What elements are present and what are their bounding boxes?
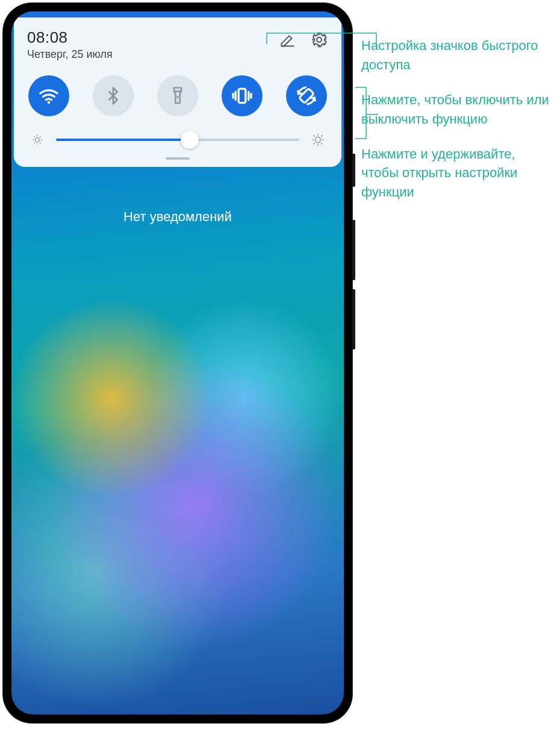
- svg-point-0: [317, 37, 322, 42]
- panel-drag-handle[interactable]: [166, 157, 190, 160]
- svg-point-1: [48, 101, 50, 104]
- vibrate-toggle[interactable]: [222, 75, 263, 116]
- status-bar: [11, 11, 344, 17]
- panel-header: 08:08 Четверг, 25 июля: [27, 28, 328, 61]
- brightness-low-icon: [30, 132, 45, 148]
- screen: 08:08 Четверг, 25 июля: [11, 11, 344, 715]
- wifi-icon: [37, 84, 60, 107]
- svg-rect-5: [299, 89, 314, 104]
- quick-toggles-row: [27, 75, 328, 116]
- svg-rect-4: [238, 89, 246, 102]
- wifi-toggle[interactable]: [28, 75, 69, 116]
- time-date-block: 08:08 Четверг, 25 июля: [27, 28, 113, 61]
- autorotate-icon: [295, 84, 318, 107]
- bluetooth-icon: [104, 86, 123, 105]
- no-notifications-text: Нет уведомлений: [11, 209, 344, 225]
- phone-frame: 08:08 Четверг, 25 июля: [3, 3, 352, 723]
- quick-settings-panel: 08:08 Четверг, 25 июля: [14, 17, 341, 167]
- settings-icon[interactable]: [310, 31, 328, 49]
- edit-icon[interactable]: [279, 31, 297, 49]
- brightness-row: [27, 132, 328, 148]
- autorotate-toggle[interactable]: [286, 75, 327, 116]
- volume-down-button: [352, 289, 355, 349]
- bluetooth-toggle[interactable]: [93, 75, 134, 116]
- flashlight-icon: [169, 86, 187, 106]
- brightness-slider[interactable]: [56, 139, 299, 141]
- callout-edit-icons: Настройка значков быстрого доступа: [361, 36, 554, 75]
- callout-tap-toggle: Нажмите, чтобы включить или выключить фу…: [361, 90, 554, 129]
- svg-point-6: [36, 138, 40, 142]
- date-label: Четверг, 25 июля: [27, 48, 113, 61]
- side-button: [352, 154, 355, 187]
- flashlight-toggle[interactable]: [157, 75, 198, 116]
- callout-hold-settings: Нажмите и удерживайте, чтобы открыть нас…: [361, 145, 554, 202]
- svg-point-7: [315, 137, 320, 142]
- vibrate-icon: [230, 84, 254, 108]
- volume-up-button: [352, 220, 355, 280]
- clock-time: 08:08: [27, 28, 113, 47]
- slider-fill: [56, 139, 190, 141]
- annotation-callouts: Настройка значков быстрого доступа Нажми…: [361, 0, 554, 217]
- brightness-high-icon: [310, 132, 326, 148]
- slider-thumb[interactable]: [181, 131, 199, 149]
